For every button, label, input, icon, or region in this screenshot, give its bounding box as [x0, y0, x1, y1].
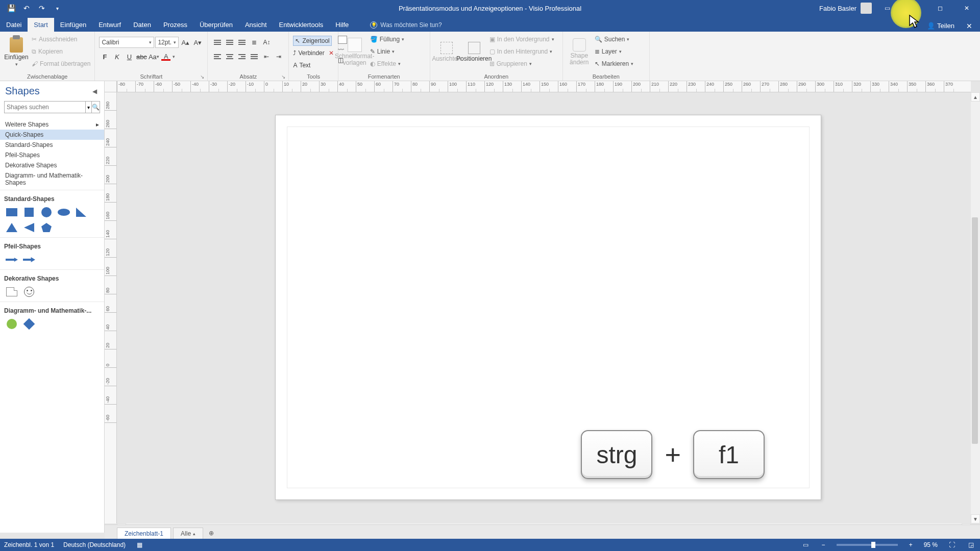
layer-button[interactable]: ≣Layer▾ [595, 46, 633, 57]
shape-circle[interactable] [40, 207, 53, 218]
font-name-combo[interactable]: Calibri▾ [99, 37, 154, 48]
tab-hilfe[interactable]: Hilfe [329, 18, 355, 32]
user-avatar[interactable] [861, 3, 872, 14]
decrease-indent-button[interactable]: ⇤ [261, 51, 272, 62]
chevron-down-icon[interactable]: ▾ [173, 54, 175, 59]
bring-front-button[interactable]: ▣In den Vordergrund▾ [489, 34, 554, 45]
bullets-button[interactable]: ≣ [249, 37, 260, 48]
vertical-scrollbar[interactable]: ▲ ▼ [971, 92, 980, 523]
align-button[interactable]: Ausrichten [434, 34, 459, 70]
vscroll-track[interactable] [971, 102, 980, 514]
paste-button[interactable]: Einfügen ▾ [4, 34, 29, 70]
align-left-button[interactable] [212, 51, 223, 62]
align-right-button[interactable] [236, 51, 248, 62]
shape-arrow-thin[interactable] [5, 254, 18, 265]
font-color-button[interactable]: A [160, 51, 172, 62]
line-button[interactable]: ✎Linie▾ [370, 46, 404, 57]
zoom-slider-knob[interactable] [871, 542, 875, 548]
maximize-icon[interactable]: ◻ [929, 0, 951, 16]
stencil-standard-shapes[interactable]: Standard-Shapes [0, 140, 104, 150]
underline-button[interactable]: U [124, 51, 135, 62]
redo-icon[interactable]: ↷ [35, 1, 49, 15]
rectangle-tool-button[interactable] [338, 36, 347, 44]
close-icon[interactable]: ✕ [955, 0, 978, 16]
tab-ansicht[interactable]: Ansicht [239, 18, 273, 32]
search-dropdown-icon[interactable]: ▾ [86, 101, 92, 113]
cut-button[interactable]: ✂Ausschneiden [32, 34, 90, 45]
position-button[interactable]: Positionieren [462, 34, 486, 70]
vscroll-thumb[interactable] [972, 217, 978, 444]
tab-ueberpruefen[interactable]: Überprüfen [193, 18, 239, 32]
change-shape-button[interactable]: Shape ändern [567, 34, 592, 70]
tab-start[interactable]: Start [28, 18, 54, 32]
tab-prozess[interactable]: Prozess [157, 18, 193, 32]
shape-left-triangle[interactable] [22, 222, 36, 233]
align-middle-button[interactable] [224, 37, 235, 48]
drawing-surface[interactable]: strg + f1 [117, 92, 971, 523]
scroll-up-icon[interactable]: ▲ [971, 92, 980, 102]
pointer-tool-button[interactable]: ↖Zeigertool [293, 36, 331, 46]
page-tab-1[interactable]: Zeichenblatt-1 [117, 528, 171, 539]
find-button[interactable]: 🔍Suchen▾ [595, 34, 633, 45]
more-shapes-item[interactable]: Weitere Shapes▸ [0, 119, 104, 130]
page-tab-all[interactable]: Alle▴ [173, 528, 203, 539]
tab-entwicklertools[interactable]: Entwicklertools [273, 18, 330, 32]
shape-ellipse[interactable] [57, 207, 70, 218]
qat-customize-icon[interactable]: ▾ [50, 1, 64, 15]
group-button[interactable]: ⊞Gruppieren▾ [489, 58, 554, 69]
justify-button[interactable] [249, 51, 260, 62]
decrease-font-button[interactable]: A▾ [192, 37, 203, 48]
pan-zoom-icon[interactable]: ◲ [966, 541, 976, 548]
strikethrough-button[interactable]: abc [136, 51, 147, 62]
tab-datei[interactable]: Datei [0, 18, 28, 32]
tell-me-search[interactable]: 💡 Was möchten Sie tun? [365, 18, 447, 32]
shape-green-circle[interactable] [5, 318, 18, 330]
effects-button[interactable]: ◐Effekte▾ [370, 58, 404, 69]
select-button[interactable]: ↖Markieren▾ [595, 58, 633, 69]
shape-smiley[interactable] [22, 286, 36, 297]
text-direction-button[interactable]: A↕ [261, 37, 272, 48]
collapse-pane-icon[interactable]: ◀ [90, 87, 99, 96]
dialog-launcher-icon[interactable]: ↘ [200, 74, 204, 80]
fill-button[interactable]: 🪣Füllung▾ [370, 34, 404, 45]
stencil-arrow-shapes[interactable]: Pfeil-Shapes [0, 150, 104, 160]
zoom-in-icon[interactable]: + [907, 541, 915, 548]
tab-entwurf[interactable]: Entwurf [92, 18, 127, 32]
drawing-page[interactable]: strg + f1 [275, 115, 821, 500]
save-icon[interactable]: 💾 [4, 1, 18, 15]
text-tool-button[interactable]: AText [293, 60, 310, 70]
zoom-level[interactable]: 95 % [924, 541, 938, 548]
close-document-icon[interactable]: ✕ [962, 22, 977, 30]
freeform-tool-button[interactable]: 〰 [338, 46, 347, 54]
shape-note[interactable] [5, 286, 18, 297]
align-bottom-button[interactable] [236, 37, 248, 48]
connector-tool-button[interactable]: ⤴Verbinder✕ [293, 48, 333, 58]
send-back-button[interactable]: ▢In den Hintergrund▾ [489, 46, 554, 57]
align-top-button[interactable] [212, 37, 223, 48]
fit-page-icon[interactable]: ⛶ [947, 541, 957, 548]
shape-rectangle[interactable] [5, 207, 18, 218]
dialog-launcher-icon[interactable]: ↘ [281, 74, 285, 80]
change-case-button[interactable]: Aa▾ [148, 51, 159, 62]
shape-triangle[interactable] [5, 222, 18, 233]
shape-square[interactable] [22, 207, 36, 218]
status-language[interactable]: Deutsch (Deutschland) [63, 541, 126, 548]
copy-button[interactable]: ⧉Kopieren [32, 46, 90, 57]
format-painter-button[interactable]: 🖌Format übertragen [32, 58, 90, 69]
crop-tool-button[interactable]: ◫ [338, 56, 347, 64]
tab-einfuegen[interactable]: Einfügen [54, 18, 92, 32]
stencil-diagram-shapes[interactable]: Diagramm- und Mathematik-Shapes [0, 170, 104, 188]
increase-indent-button[interactable]: ⇥ [273, 51, 284, 62]
bold-button[interactable]: F [99, 51, 110, 62]
shapes-search-input[interactable] [4, 101, 86, 113]
scroll-down-icon[interactable]: ▼ [971, 514, 980, 523]
italic-button[interactable]: K [111, 51, 122, 62]
zoom-out-icon[interactable]: − [820, 541, 827, 548]
increase-font-button[interactable]: A▴ [180, 37, 191, 48]
shape-right-triangle[interactable] [75, 207, 88, 218]
undo-icon[interactable]: ↶ [19, 1, 34, 15]
shape-diamond[interactable] [22, 318, 36, 330]
user-name[interactable]: Fabio Basler [819, 5, 856, 12]
search-go-icon[interactable]: 🔍 [92, 101, 100, 113]
shape-pentagon[interactable] [40, 222, 53, 233]
